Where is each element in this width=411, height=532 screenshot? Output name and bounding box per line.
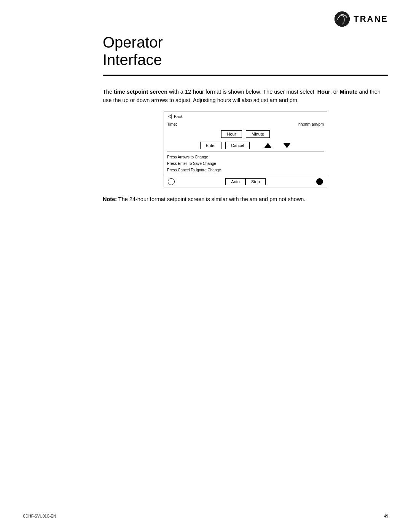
hour-button[interactable]: Hour: [221, 130, 242, 138]
enter-button[interactable]: Enter: [200, 142, 221, 149]
svg-marker-2: [169, 115, 172, 118]
mockup-enter-row: Enter Cancel: [164, 139, 327, 152]
bold-time-setpoint: time setpoint screen: [114, 89, 167, 95]
footer-left: CDHF-SVU01C-EN: [23, 514, 56, 518]
mockup-instructions: Press Arrows to Change Press Enter To Sa…: [164, 152, 327, 175]
instruction-2: Press Enter To Save Change: [167, 160, 324, 167]
circle-empty-icon[interactable]: [168, 178, 175, 185]
footer-right: 49: [384, 514, 388, 518]
time-label: Time:: [167, 122, 177, 126]
note-paragraph: Note: The 24-hour format setpoint screen…: [103, 195, 388, 203]
stop-button[interactable]: Stop: [245, 178, 266, 185]
page-footer: CDHF-SVU01C-EN 49: [23, 514, 388, 518]
mockup-hour-minute-row: Hour Minute: [164, 128, 327, 139]
mockup-time-row: Time: hh:mm am/pm: [164, 121, 327, 128]
ui-mockup: Back Time: hh:mm am/pm Hour Minute Enter…: [164, 112, 327, 187]
instruction-1: Press Arrows to Change: [167, 154, 324, 160]
note-text: The 24-hour format setpoint screen is si…: [117, 196, 305, 202]
minute-button[interactable]: Minute: [246, 130, 270, 138]
instruction-3: Press Cancel To Ignore Change: [167, 167, 324, 173]
logo-area: TRANE: [334, 11, 388, 27]
arrow-up-icon[interactable]: [264, 143, 272, 148]
auto-button[interactable]: Auto: [225, 178, 245, 185]
note-label: Note:: [103, 196, 117, 202]
bold-hour: Hour: [317, 89, 330, 95]
page-title-area: Operator Interface: [103, 34, 163, 69]
trane-logo-text: TRANE: [354, 14, 388, 24]
bold-minute: Minute: [340, 89, 358, 95]
bottom-btn-group: Auto Stop: [225, 178, 265, 185]
circle-filled-icon[interactable]: [316, 178, 323, 185]
title-divider: [103, 75, 388, 76]
main-content: The time setpoint screen with a 12-hour …: [103, 88, 388, 203]
intro-paragraph: The time setpoint screen with a 12-hour …: [103, 88, 388, 105]
page-title: Operator Interface: [103, 34, 163, 69]
mockup-bottom-bar: Auto Stop: [164, 176, 327, 187]
back-arrow-icon[interactable]: [167, 114, 172, 119]
back-label[interactable]: Back: [174, 114, 183, 119]
arrow-down-icon[interactable]: [283, 143, 291, 148]
cancel-button[interactable]: Cancel: [225, 142, 250, 149]
mockup-header: Back: [164, 112, 327, 121]
trane-logo-icon: [334, 11, 350, 27]
time-format: hh:mm am/pm: [298, 122, 324, 126]
